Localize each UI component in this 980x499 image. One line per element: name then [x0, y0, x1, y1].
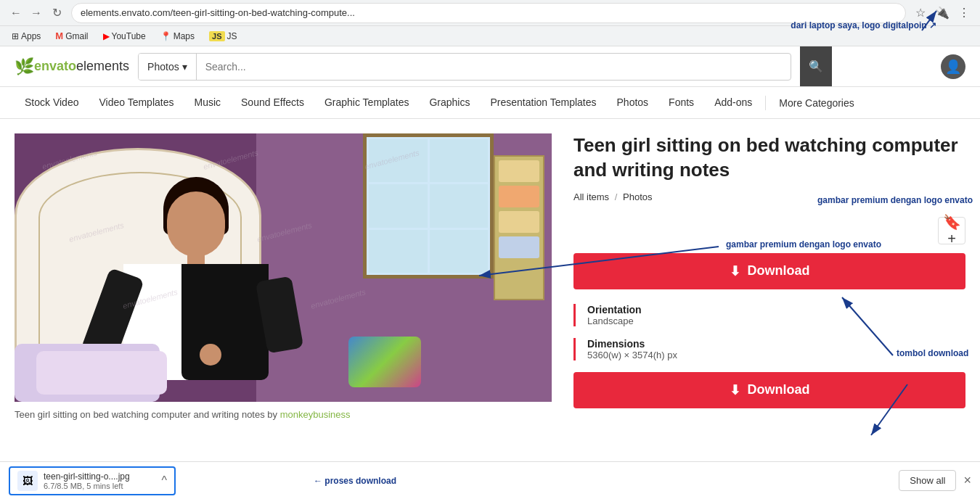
- maps-label: Maps: [173, 31, 195, 41]
- bookmark-plus-icon: 🔖+: [939, 213, 965, 247]
- nav-item-presentation-templates[interactable]: Presentation Templates: [480, 87, 606, 118]
- maps-icon: 📍: [160, 31, 171, 41]
- back-button[interactable]: ←: [7, 4, 25, 22]
- nav-video-templates-label: Video Templates: [99, 96, 173, 108]
- shelf-item-1: [499, 160, 539, 182]
- gmail-label: Gmail: [65, 31, 88, 41]
- info-panel: Teen girl sitting on bed watching comput…: [573, 133, 965, 420]
- file-info: teen-girl-sitting-o....jpg 6.7/8.5 MB, 5…: [44, 471, 155, 490]
- image-file-icon: 🖼: [23, 475, 33, 487]
- apps-label: Apps: [21, 31, 41, 41]
- logo-link[interactable]: 🌿 envato elements: [15, 57, 129, 76]
- nav-sound-effects-label: Sound Effects: [241, 96, 304, 108]
- nav-item-music[interactable]: Music: [184, 87, 231, 118]
- nav-item-fonts[interactable]: Fonts: [658, 87, 704, 118]
- nav-item-addons[interactable]: Add-ons: [704, 87, 762, 118]
- search-input[interactable]: [197, 61, 791, 73]
- breadcrumb-all-items[interactable]: All items: [573, 191, 609, 202]
- extension-button[interactable]: 🔌: [934, 4, 951, 22]
- address-bar[interactable]: elements.envato.com/teen-girl-sitting-on…: [71, 3, 906, 23]
- download-label-main: Download: [748, 263, 810, 279]
- site-header: 🌿 envato elements Photos ▾ 🔍 👤: [0, 46, 980, 87]
- search-button[interactable]: 🔍: [800, 46, 832, 86]
- star-button[interactable]: ☆: [912, 4, 929, 22]
- nav-item-graphic-templates[interactable]: Graphic Templates: [314, 87, 419, 118]
- person-head: [167, 191, 225, 257]
- bookmark-gmail[interactable]: M Gmail: [51, 29, 92, 43]
- window: [363, 133, 494, 279]
- browser-icons: ☆ 🔌 ⋮: [912, 4, 973, 22]
- download-button-secondary[interactable]: ⬇ Download: [573, 372, 965, 408]
- close-download-button[interactable]: ×: [963, 473, 971, 488]
- search-icon: 🔍: [809, 59, 823, 73]
- nav-addons-label: Add-ons: [714, 96, 752, 108]
- browser-chrome: ← → ↻ elements.envato.com/teen-girl-sitt…: [0, 0, 980, 26]
- nav-more-label: More Categories: [779, 97, 854, 109]
- forward-button[interactable]: →: [28, 4, 45, 22]
- file-chevron-icon[interactable]: ^: [161, 474, 167, 487]
- author-link[interactable]: monkeybusiness: [280, 409, 351, 420]
- nav-item-graphics[interactable]: Graphics: [419, 87, 480, 118]
- breadcrumb-category[interactable]: Photos: [623, 191, 652, 202]
- browser-nav-buttons: ← → ↻: [7, 4, 65, 22]
- main-image-wrapper: envatoelements envatoelements envatoelem…: [15, 133, 552, 402]
- user-avatar[interactable]: 👤: [941, 54, 965, 79]
- nav-item-stock-video[interactable]: Stock Video: [15, 87, 89, 118]
- page-wrapper: ← → ↻ elements.envato.com/teen-girl-sitt…: [0, 0, 980, 499]
- nav-presentation-templates-label: Presentation Templates: [490, 96, 596, 108]
- envato-leaf-icon: 🌿: [15, 57, 34, 76]
- youtube-label: YouTube: [112, 31, 146, 41]
- shelf-item-2: [499, 186, 539, 207]
- orientation-meta: Orientation Landscape: [573, 304, 965, 326]
- pillow-colorful: [348, 337, 421, 387]
- file-progress: 6.7/8.5 MB, 5 mins left: [44, 482, 155, 490]
- menu-button[interactable]: ⋮: [955, 4, 973, 22]
- show-all-button[interactable]: Show all: [899, 470, 956, 491]
- nav-photos-label: Photos: [617, 96, 649, 108]
- refresh-button[interactable]: ↻: [48, 4, 65, 22]
- nav-fonts-label: Fonts: [669, 96, 694, 108]
- product-image: envatoelements envatoelements envatoelem…: [15, 133, 552, 402]
- window-pane-1: [369, 139, 428, 182]
- logo-envato-text: envato: [34, 59, 76, 74]
- metadata-section: Orientation Landscape Dimensions 5360(w)…: [573, 304, 965, 360]
- js-label: JS: [227, 31, 237, 41]
- shirt-dark-part: [181, 264, 269, 380]
- search-type-button[interactable]: Photos ▾: [139, 54, 197, 80]
- site-nav: Stock Video Video Templates Music Sound …: [0, 87, 980, 119]
- youtube-icon: ▶: [103, 31, 110, 41]
- search-bar: Photos ▾: [138, 53, 791, 81]
- bookmarks-bar: ⊞ Apps M Gmail ▶ YouTube 📍 Maps JS JS: [0, 26, 980, 46]
- window-pane-2: [430, 139, 489, 182]
- watermark-annotation: gambar premium dengan logo envato: [817, 195, 973, 205]
- dimensions-meta: Dimensions 5360(w) × 3574(h) px: [573, 338, 965, 360]
- bookmark-youtube[interactable]: ▶ YouTube: [99, 30, 150, 43]
- download-bar: 🖼 teen-girl-sitting-o....jpg 6.7/8.5 MB,…: [0, 461, 980, 499]
- dimensions-value: 5360(w) × 3574(h) px: [587, 350, 965, 360]
- bookmark-button[interactable]: 🔖+: [938, 217, 965, 244]
- shelf-item-3: [499, 211, 539, 233]
- url-text: elements.envato.com/teen-girl-sitting-on…: [81, 7, 897, 18]
- nav-item-sound-effects[interactable]: Sound Effects: [231, 87, 314, 118]
- nav-item-video-templates[interactable]: Video Templates: [89, 87, 184, 118]
- breadcrumb-separator: /: [615, 191, 618, 202]
- bookmark-apps[interactable]: ⊞ Apps: [7, 30, 45, 43]
- logo-elements-text: elements: [76, 59, 129, 74]
- hand: [200, 344, 221, 366]
- nav-separator: [765, 96, 766, 110]
- js-icon: JS: [209, 31, 224, 41]
- nav-more-categories[interactable]: More Categories: [769, 87, 865, 118]
- orientation-value: Landscape: [587, 316, 965, 326]
- nav-item-photos[interactable]: Photos: [607, 87, 659, 118]
- file-type-icon: 🖼: [17, 471, 38, 491]
- file-name: teen-girl-sitting-o....jpg: [44, 471, 155, 482]
- window-pane-5: [369, 230, 428, 273]
- download-icon-main: ⬇: [730, 263, 740, 279]
- gmail-icon: M: [55, 30, 63, 41]
- window-pane-3: [369, 184, 428, 227]
- bookmark-maps[interactable]: 📍 Maps: [156, 30, 199, 43]
- download-button-main[interactable]: ⬇ Download: [573, 253, 965, 289]
- caption-text: Teen girl sitting on bed watching comput…: [15, 409, 277, 420]
- bookmark-js[interactable]: JS JS: [205, 30, 241, 43]
- bookmark-button-container: 🔖+: [573, 217, 965, 244]
